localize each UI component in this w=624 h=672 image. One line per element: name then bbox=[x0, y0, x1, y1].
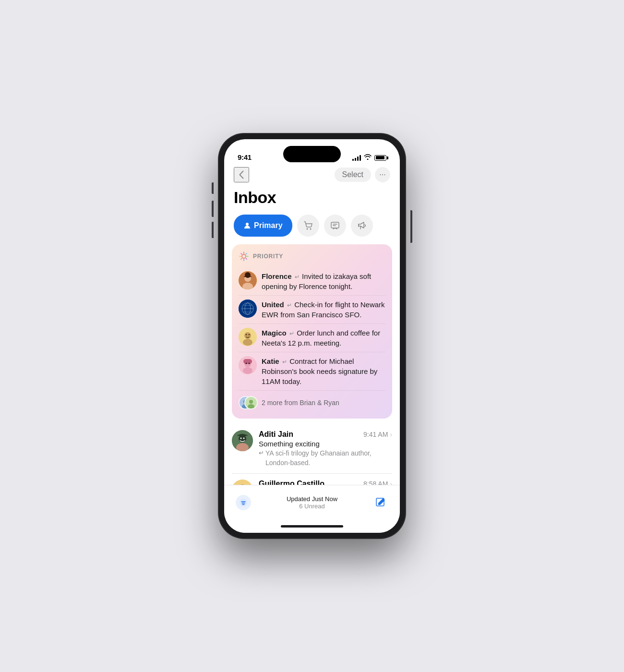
svg-point-43 bbox=[240, 438, 242, 439]
status-time: 9:41 bbox=[238, 153, 252, 161]
email-subject-aditi: Something exciting bbox=[259, 440, 392, 448]
tab-shopping[interactable] bbox=[297, 215, 319, 237]
filter-button[interactable] bbox=[236, 495, 251, 510]
bottom-bar: Updated Just Now 6 Unread bbox=[224, 485, 400, 519]
cart-icon bbox=[303, 221, 313, 230]
more-button[interactable]: ··· bbox=[375, 167, 390, 182]
phone-frame: 9:41 bbox=[218, 133, 406, 539]
home-indicator-bar bbox=[281, 525, 343, 528]
priority-item-united[interactable]: United ↵ Check-in for flight to Newark E… bbox=[239, 296, 385, 324]
chevron-right-icon-guillermo: › bbox=[390, 480, 392, 485]
signal-bar-3 bbox=[357, 156, 359, 161]
signal-icon bbox=[352, 155, 361, 161]
magico-avatar bbox=[239, 328, 257, 346]
chevron-right-icon-aditi: › bbox=[390, 431, 392, 438]
reply-icon-2: ↵ bbox=[287, 302, 293, 309]
ellipsis-icon: ··· bbox=[379, 170, 385, 179]
svg-point-30 bbox=[243, 367, 252, 374]
tab-primary[interactable]: Primary bbox=[234, 215, 292, 237]
tab-promotions[interactable] bbox=[351, 215, 373, 237]
priority-label: PRIORITY bbox=[253, 253, 283, 260]
email-time-aditi: 9:41 AM bbox=[363, 431, 388, 438]
back-button[interactable] bbox=[234, 167, 249, 182]
aditi-avatar-img bbox=[232, 430, 253, 451]
priority-text-united: United ↵ Check-in for flight to Newark E… bbox=[262, 300, 385, 320]
svg-point-38 bbox=[249, 400, 253, 404]
email-sender-aditi: Aditi Jain bbox=[259, 430, 293, 439]
message-icon bbox=[330, 221, 340, 230]
svg-rect-31 bbox=[243, 359, 252, 364]
svg-point-25 bbox=[243, 339, 252, 346]
svg-point-44 bbox=[243, 438, 245, 439]
signal-bar-2 bbox=[355, 158, 356, 161]
priority-header: PRIORITY bbox=[239, 251, 385, 262]
select-button[interactable]: Select bbox=[335, 168, 371, 182]
person-icon bbox=[243, 222, 251, 229]
phone-screen: 9:41 bbox=[224, 139, 400, 533]
svg-point-51 bbox=[240, 499, 247, 506]
priority-text-florence: Florence ↵ Invited to izakaya soft openi… bbox=[262, 271, 385, 291]
svg-point-26 bbox=[246, 334, 247, 336]
priority-more-line[interactable]: 2 more from Brian & Ryan bbox=[239, 391, 385, 412]
avatar-united bbox=[239, 300, 257, 318]
priority-text-katie: Katie ↵ Contract for Michael Robinson's … bbox=[262, 356, 385, 386]
priority-sender-katie: Katie bbox=[262, 357, 279, 365]
svg-point-33 bbox=[249, 363, 250, 364]
nav-header: Select ··· bbox=[224, 165, 400, 186]
wifi-icon bbox=[364, 154, 372, 161]
svg-line-12 bbox=[241, 258, 242, 259]
compose-button[interactable] bbox=[373, 495, 388, 510]
signal-bar-1 bbox=[352, 159, 354, 161]
email-time-guillermo: 8:58 AM bbox=[363, 480, 388, 485]
nav-right-actions: Select ··· bbox=[335, 167, 390, 182]
power-button[interactable] bbox=[410, 210, 412, 243]
avatar-aditi bbox=[232, 430, 253, 451]
volume-up-button[interactable] bbox=[212, 201, 214, 217]
guillermo-avatar-img bbox=[232, 480, 253, 485]
reply-icon-4: ↵ bbox=[282, 359, 288, 365]
filter-icon bbox=[239, 498, 248, 507]
status-icons bbox=[352, 154, 386, 161]
svg-point-27 bbox=[249, 334, 250, 336]
priority-rainbow-icon bbox=[239, 251, 249, 262]
home-indicator bbox=[224, 519, 400, 533]
more-text: 2 more from Brian & Ryan bbox=[262, 399, 339, 407]
email-sender-guillermo: Guillermo Castillo bbox=[259, 480, 324, 485]
florence-avatar bbox=[239, 271, 257, 289]
priority-item-magico[interactable]: Magico ↵ Order lunch and coffee for Neet… bbox=[239, 324, 385, 352]
email-top-row-aditi: Aditi Jain 9:41 AM › bbox=[259, 430, 392, 439]
svg-line-11 bbox=[246, 253, 247, 254]
megaphone-icon bbox=[357, 221, 367, 230]
priority-sender-florence: Florence bbox=[262, 272, 292, 280]
email-preview-aditi: ↵ YA sci-fi trilogy by Ghanaian author, … bbox=[259, 449, 392, 468]
silent-button[interactable] bbox=[212, 182, 214, 194]
email-item-aditi[interactable]: Aditi Jain 9:41 AM › Something exciting … bbox=[232, 424, 392, 474]
svg-point-0 bbox=[246, 223, 249, 226]
main-content: PRIORITY Florence bbox=[224, 244, 400, 485]
dynamic-island bbox=[283, 146, 341, 162]
avatar-ryan bbox=[244, 396, 258, 409]
avatar-katie bbox=[239, 356, 257, 374]
svg-point-2 bbox=[310, 228, 311, 230]
reply-icon-3: ↵ bbox=[289, 330, 296, 337]
svg-point-4 bbox=[242, 254, 246, 258]
avatar-magico bbox=[239, 328, 257, 346]
svg-line-9 bbox=[241, 253, 242, 254]
page-title: Inbox bbox=[224, 186, 400, 215]
reply-indicator-aditi: ↵ bbox=[259, 449, 264, 457]
email-time-row-aditi: 9:41 AM › bbox=[363, 431, 392, 438]
priority-card: PRIORITY Florence bbox=[232, 244, 392, 419]
tab-messages[interactable] bbox=[324, 215, 346, 237]
more-avatar-stack bbox=[239, 394, 257, 412]
email-top-row-guillermo: Guillermo Castillo 8:58 AM › bbox=[259, 480, 392, 485]
svg-rect-3 bbox=[331, 222, 339, 228]
priority-item-florence[interactable]: Florence ↵ Invited to izakaya soft openi… bbox=[239, 267, 385, 296]
united-avatar bbox=[239, 300, 257, 318]
email-item-guillermo[interactable]: Guillermo Castillo 8:58 AM › Check-in ↵ … bbox=[232, 474, 392, 485]
category-tabs: Primary bbox=[224, 215, 400, 244]
volume-down-button[interactable] bbox=[212, 222, 214, 238]
priority-item-katie[interactable]: Katie ↵ Contract for Michael Robinson's … bbox=[239, 352, 385, 391]
svg-line-10 bbox=[246, 258, 247, 259]
avatar-florence bbox=[239, 271, 257, 289]
svg-point-16 bbox=[245, 272, 251, 278]
